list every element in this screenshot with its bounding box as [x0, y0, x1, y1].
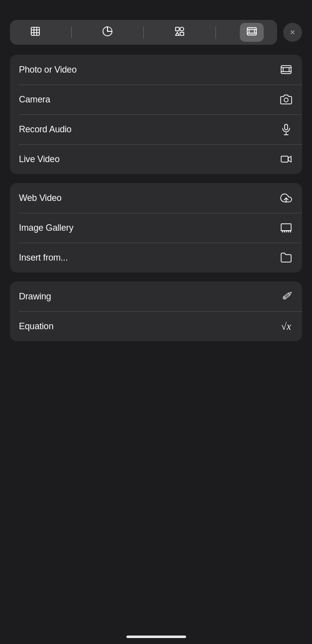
toolbar-group	[10, 20, 277, 45]
menu-item-web-video[interactable]: Web Video	[10, 183, 302, 213]
svg-rect-16	[283, 68, 289, 72]
shape-icon	[174, 26, 185, 39]
photo-video-icon	[279, 63, 293, 77]
tab-chart[interactable]	[96, 23, 119, 42]
menu-item-equation[interactable]: Equation √x	[10, 311, 302, 341]
menu-group-1: Photo or Video Camera	[10, 55, 302, 174]
cloud-icon	[279, 191, 293, 205]
svg-marker-7	[176, 32, 179, 35]
media-icon	[246, 26, 257, 39]
svg-rect-22	[285, 124, 288, 130]
toolbar: ✕	[0, 20, 312, 45]
menu-item-image-gallery[interactable]: Image Gallery	[10, 213, 302, 243]
video-icon	[279, 152, 293, 166]
close-button[interactable]: ✕	[283, 23, 302, 42]
svg-rect-0	[31, 27, 40, 35]
camera-icon	[279, 92, 293, 106]
menu-item-record-audio[interactable]: Record Audio	[10, 114, 302, 144]
svg-rect-10	[249, 29, 255, 33]
drawing-icon: ✐	[279, 289, 293, 303]
equation-label: Equation	[19, 321, 53, 332]
menu-item-drawing[interactable]: Drawing ✐	[10, 281, 302, 311]
drawing-label: Drawing	[19, 291, 51, 302]
tab-media[interactable]	[240, 23, 264, 42]
menu-item-insert-from[interactable]: Insert from...	[10, 243, 302, 273]
svg-rect-25	[281, 156, 288, 162]
menu-item-live-video[interactable]: Live Video	[10, 144, 302, 174]
divider-3	[215, 26, 216, 38]
menu-item-camera[interactable]: Camera	[10, 85, 302, 114]
folder-icon	[279, 251, 293, 265]
divider-1	[71, 26, 72, 38]
svg-rect-27	[281, 224, 291, 231]
svg-rect-8	[180, 32, 184, 35]
menu-item-photo-video[interactable]: Photo or Video	[10, 55, 302, 85]
svg-rect-15	[281, 66, 291, 74]
image-gallery-label: Image Gallery	[19, 223, 73, 233]
photo-video-label: Photo or Video	[19, 65, 77, 75]
divider-2	[143, 26, 144, 38]
close-icon: ✕	[290, 28, 296, 36]
table-icon	[30, 26, 41, 39]
image-gallery-icon	[279, 221, 293, 235]
microphone-icon	[279, 122, 293, 136]
menu-group-2: Web Video Image Gallery	[10, 183, 302, 273]
svg-rect-9	[247, 27, 256, 35]
menu-group-3: Drawing ✐ Equation √x	[10, 281, 302, 341]
insert-from-label: Insert from...	[19, 253, 68, 263]
web-video-label: Web Video	[19, 193, 62, 203]
svg-rect-5	[176, 27, 179, 30]
record-audio-label: Record Audio	[19, 124, 72, 135]
home-indicator	[126, 636, 186, 638]
svg-point-21	[284, 98, 288, 102]
svg-rect-6	[180, 27, 184, 30]
equation-icon: √x	[279, 319, 293, 333]
menu-container: Photo or Video Camera	[10, 55, 302, 341]
camera-label: Camera	[19, 94, 50, 105]
live-video-label: Live Video	[19, 154, 60, 165]
tab-shape[interactable]	[168, 23, 192, 42]
tab-table[interactable]	[23, 23, 47, 42]
chart-icon	[102, 26, 113, 39]
